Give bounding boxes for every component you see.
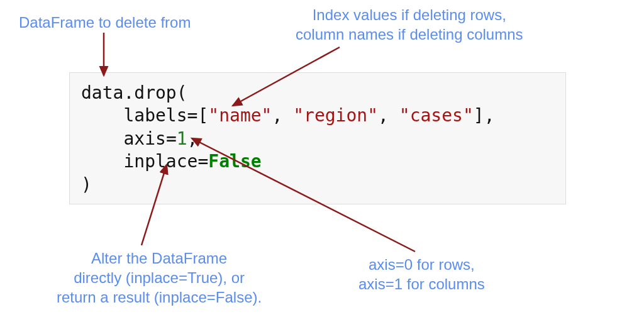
code-indent2: [81, 128, 123, 149]
code-axis-val: 1: [177, 128, 187, 149]
annotation-axis: axis=0 for rows, axis=1 for columns: [358, 255, 485, 294]
code-label1: name: [219, 105, 261, 126]
diagram-stage: DataFrame to delete from Index values if…: [0, 0, 644, 322]
annotation-dataframe: DataFrame to delete from: [19, 13, 191, 32]
code-eq1: =: [187, 105, 198, 126]
code-eq3: =: [197, 151, 208, 172]
code-axis-kw: axis: [123, 128, 165, 149]
code-comma2: ,: [378, 105, 399, 126]
annotation-inplace: Alter the DataFrame directly (inplace=Tr…: [57, 248, 262, 308]
code-q2o: ": [293, 105, 304, 126]
code-comma4: ,: [187, 128, 198, 149]
code-inplace-val: False: [208, 151, 261, 172]
code-content: data.drop( labels=["name", "region", "ca…: [81, 82, 554, 196]
code-q1c: ": [262, 105, 272, 126]
code-labels-kw: labels: [123, 105, 187, 126]
code-eq2: =: [166, 128, 177, 149]
code-close-paren: ): [81, 174, 92, 195]
annotation-labels: Index values if deleting rows, column na…: [296, 5, 523, 44]
code-q2c: ": [367, 105, 378, 126]
code-open-paren: (: [177, 82, 187, 103]
code-box: data.drop( labels=["name", "region", "ca…: [69, 72, 566, 204]
code-q1o: ": [208, 105, 219, 126]
code-q3c: ": [463, 105, 474, 126]
code-label2: region: [304, 105, 367, 126]
code-comma3: ,: [484, 105, 495, 126]
code-indent3: [81, 151, 123, 172]
code-inplace-kw: inplace: [123, 151, 197, 172]
code-obj: data: [81, 82, 123, 103]
code-label3: cases: [410, 105, 463, 126]
code-dot: .: [123, 82, 134, 103]
code-lbracket: [: [197, 105, 208, 126]
code-indent1: [81, 105, 123, 126]
code-method: drop: [134, 82, 176, 103]
code-q3o: ": [399, 105, 410, 126]
code-rbracket: ]: [474, 105, 484, 126]
code-comma1: ,: [272, 105, 293, 126]
